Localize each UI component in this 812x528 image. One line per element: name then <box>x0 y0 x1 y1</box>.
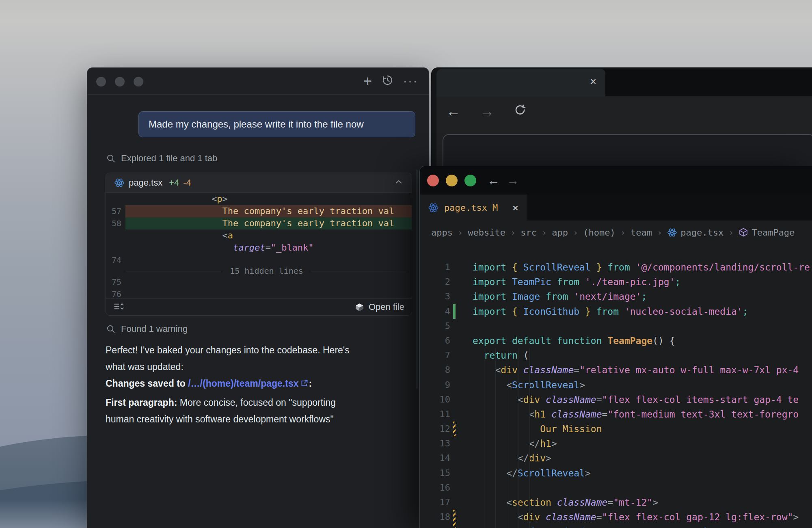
indent-guide <box>484 348 484 528</box>
open-file-button[interactable]: Open file <box>354 302 404 312</box>
close-button[interactable] <box>96 77 106 87</box>
diff-filename: page.tsx <box>129 177 162 188</box>
box-icon <box>354 302 365 312</box>
diff-additions: +4 <box>169 177 179 188</box>
tab-filename: page.tsx <box>444 203 487 213</box>
code-line: 7 return ( <box>420 348 812 363</box>
user-message-bubble: Made my changes, please write it into th… <box>138 111 415 137</box>
code-line: 4import { IconGithub } from 'nucleo-soci… <box>420 304 812 319</box>
breadcrumb-item--home-[interactable]: (home) <box>583 227 615 238</box>
breadcrumb-item-apps[interactable]: apps <box>431 227 453 238</box>
cube-icon <box>739 227 748 237</box>
forward-icon[interactable]: → <box>507 174 519 187</box>
warning-status-text: Found 1 warning <box>121 324 188 334</box>
react-icon <box>667 227 677 238</box>
diff-row: 75 <box>106 276 412 288</box>
close-button[interactable] <box>427 175 439 186</box>
minimize-button[interactable] <box>446 175 458 186</box>
close-icon[interactable]: × <box>590 76 596 88</box>
minimize-button[interactable] <box>115 77 125 87</box>
code-line: 11 <h1 className="font-medium text-3xl t… <box>420 407 812 422</box>
code-line: 2import TeamPic from './team-pic.jpg'; <box>420 275 812 289</box>
indent-guide <box>529 348 530 528</box>
unfold-icon[interactable] <box>113 301 124 313</box>
diff-row: target="_blank" <box>106 242 412 254</box>
close-icon[interactable]: × <box>512 202 518 214</box>
chat-titlebar: + ··· <box>87 68 429 95</box>
code-line: 16 <box>420 480 812 495</box>
breadcrumb: apps›website›src›app›(home)›team›page.ts… <box>420 221 812 244</box>
new-thread-icon[interactable]: + <box>363 74 372 89</box>
back-icon[interactable]: ← <box>446 104 461 119</box>
zoom-button[interactable] <box>464 175 476 186</box>
chat-scrollbar[interactable] <box>416 169 418 389</box>
assistant-line-para2: First paragraph: More concise, focused o… <box>106 394 406 411</box>
assistant-line-saved: Changes saved to /…/(home)/team/page.tsx… <box>106 375 406 392</box>
diff-card: page.tsx +4 -4 <p>57 The company's early… <box>106 173 412 316</box>
window-controls <box>427 175 476 186</box>
code-line: 13 </h1> <box>420 436 812 451</box>
chevron-up-icon[interactable] <box>394 177 404 188</box>
browser-tab[interactable]: × <box>436 69 605 96</box>
open-file-label: Open file <box>369 302 404 312</box>
assistant-line: human creativity with software developme… <box>106 411 406 428</box>
diff-rows: <p>57 The company's early traction val58… <box>106 193 412 300</box>
back-icon[interactable]: ← <box>487 174 500 187</box>
warning-status-row: Found 1 warning <box>106 324 188 334</box>
code-line: 8 <div className="relative mx-auto w-ful… <box>420 363 812 377</box>
breadcrumb-separator: › <box>510 227 516 238</box>
ellipsis-icon[interactable]: ··· <box>403 76 418 87</box>
editor-tabbar: page.tsx M × <box>420 195 812 221</box>
file-link[interactable]: /…/(home)/team/page.tsx <box>188 378 309 389</box>
code-line: 17 <section className="mt-12"> <box>420 495 812 510</box>
code-line: 1import { ScrollReveal } from '@/compone… <box>420 260 812 275</box>
zoom-button[interactable] <box>134 77 143 87</box>
git-added-marker <box>453 304 456 319</box>
breadcrumb-separator: › <box>620 227 626 238</box>
diff-row: <a <box>106 229 412 242</box>
breadcrumb-separator: › <box>458 227 463 238</box>
explored-status-row: Explored 1 file and 1 tab <box>106 153 217 164</box>
breadcrumb-item-src[interactable]: src <box>520 227 537 238</box>
breadcrumb-item-team[interactable]: team <box>631 227 652 238</box>
code-line: 3import Image from 'next/image'; <box>420 289 812 304</box>
forward-icon[interactable]: → <box>480 104 495 119</box>
history-icon[interactable] <box>382 74 393 88</box>
diff-card-header[interactable]: page.tsx +4 -4 <box>106 173 412 193</box>
code-line: 10 <div className="flex flex-col items-s… <box>420 392 812 407</box>
assistant-message: Perfect! I've baked your changes into th… <box>106 342 406 428</box>
tab-modified-badge: M <box>492 203 498 213</box>
diff-row: 57 The company's early traction val <box>106 205 412 217</box>
breadcrumb-item-page-tsx[interactable]: page.tsx <box>667 227 723 238</box>
external-link-icon <box>300 379 309 387</box>
diff-row: <p> <box>106 193 412 205</box>
breadcrumb-item-app[interactable]: app <box>552 227 568 238</box>
diff-card-footer: Open file <box>106 299 412 315</box>
indent-guide <box>518 348 518 528</box>
code-line: 15 </ScrollReveal> <box>420 466 812 480</box>
indent-guide <box>507 348 507 528</box>
user-message-text: Made my changes, please write it into th… <box>149 119 364 130</box>
assistant-line: what was updated: <box>106 359 406 375</box>
hidden-lines-label[interactable]: 15 hidden lines <box>230 266 303 276</box>
breadcrumb-separator: › <box>728 227 734 238</box>
breadcrumb-item-teampage[interactable]: TeamPage <box>739 227 795 238</box>
code-line: 6export default function TeamPage() { <box>420 333 812 348</box>
diff-row: 58 The company's early traction val <box>106 217 412 229</box>
browser-tabbar: × <box>436 69 812 96</box>
browser-nav: ← → <box>446 104 527 119</box>
indent-guide <box>495 348 496 528</box>
window-controls <box>96 77 143 87</box>
code-editor[interactable]: 1import { ScrollReveal } from '@/compone… <box>420 244 812 528</box>
explored-status-text: Explored 1 file and 1 tab <box>121 153 217 164</box>
breadcrumb-separator: › <box>542 227 547 238</box>
tab-page-tsx[interactable]: page.tsx M × <box>420 195 527 221</box>
react-icon <box>114 177 125 188</box>
breadcrumb-separator: › <box>657 227 662 238</box>
breadcrumb-item-website[interactable]: website <box>468 227 505 238</box>
assistant-line: Perfect! I've baked your changes into th… <box>106 342 406 359</box>
code-lines: 1import { ScrollReveal } from '@/compone… <box>420 260 812 528</box>
reload-icon[interactable] <box>514 104 527 119</box>
code-line: 14 </div> <box>420 451 812 465</box>
search-icon <box>106 154 116 163</box>
